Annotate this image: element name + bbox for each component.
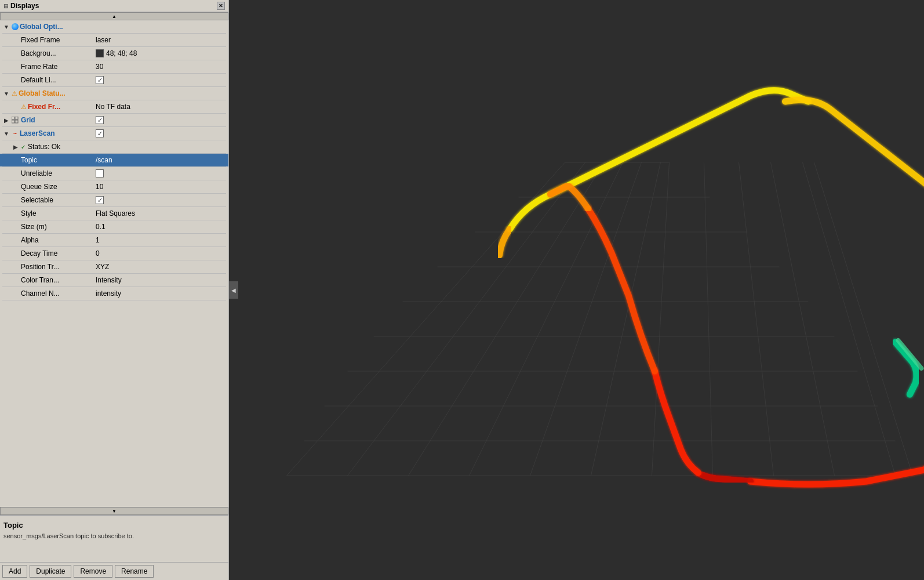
svg-rect-1	[15, 117, 18, 119]
expand-btn-global-options[interactable]: ▼	[2, 23, 10, 31]
expand-btn-topic[interactable]	[12, 156, 20, 164]
collapse-arrow[interactable]: ◀	[229, 281, 238, 299]
value-selectable	[96, 196, 228, 204]
tree-row-queue-size[interactable]: Queue Size10	[0, 180, 228, 193]
label-fixed-fr: Fixed Fr...	[28, 103, 60, 111]
expand-btn-fixed-fr[interactable]	[12, 103, 20, 111]
tree-row-default-li[interactable]: Default Li...	[0, 74, 228, 86]
expand-btn-default-li[interactable]	[12, 76, 20, 84]
tree-row-background[interactable]: Backgrou...48; 48; 48	[0, 47, 228, 60]
expand-btn-selectable[interactable]	[12, 196, 20, 204]
tree-row-frame-rate[interactable]: Frame Rate30	[0, 60, 228, 73]
warning-icon: ⚠	[12, 90, 17, 97]
tree-row-style[interactable]: StyleFlat Squares	[0, 207, 228, 220]
expand-btn-color-tran[interactable]	[12, 276, 20, 284]
svg-line-25	[803, 162, 896, 476]
checkbox-default-li[interactable]	[96, 76, 104, 84]
duplicate-button[interactable]: Duplicate	[30, 565, 71, 578]
value-text-fixed-frame: laser	[96, 36, 111, 44]
add-button[interactable]: Add	[2, 565, 27, 578]
remove-button[interactable]: Remove	[74, 565, 112, 578]
value-text-background: 48; 48; 48	[106, 49, 137, 57]
value-text-channel-n: intensity	[96, 289, 121, 298]
expand-btn-grid[interactable]: ▶	[2, 116, 10, 124]
tree-row-unreliable[interactable]: Unreliable	[0, 167, 228, 180]
expand-btn-global-status[interactable]: ▼	[2, 89, 10, 97]
tree-row-topic[interactable]: Topic/scan	[0, 154, 228, 166]
svg-line-15	[287, 162, 565, 476]
label-fixed-frame: Fixed Frame	[21, 36, 60, 44]
expand-btn-position-tr[interactable]	[12, 263, 20, 271]
tree-row-status-ok[interactable]: ▶✓Status: Ok	[0, 140, 228, 153]
svg-line-18	[470, 162, 623, 476]
checkbox-selectable[interactable]	[96, 196, 104, 204]
grid-icon	[12, 117, 19, 124]
expand-btn-style[interactable]	[12, 209, 20, 217]
expand-btn-queue-size[interactable]	[12, 183, 20, 191]
checkbox-grid[interactable]	[96, 116, 104, 124]
label-position-tr: Position Tr...	[21, 263, 59, 271]
expand-btn-unreliable[interactable]	[12, 169, 20, 177]
value-style: Flat Squares	[96, 209, 228, 217]
tree-row-laserscan[interactable]: ▼~LaserScan	[0, 127, 228, 140]
expand-btn-status-ok[interactable]: ▶	[12, 143, 20, 151]
checkbox-laserscan[interactable]	[96, 129, 104, 137]
checkbox-unreliable[interactable]	[96, 169, 104, 177]
rename-button[interactable]: Rename	[115, 565, 154, 578]
panel-icon: ⊞	[3, 3, 8, 9]
svg-rect-4	[229, 0, 924, 580]
bottom-toolbar: Add Duplicate Remove Rename	[0, 562, 228, 580]
viewport-grid	[229, 0, 924, 580]
value-laserscan	[96, 129, 228, 137]
scroll-up-button[interactable]: ▲	[0, 12, 228, 20]
scroll-down-button[interactable]: ▼	[0, 507, 228, 515]
svg-line-20	[591, 162, 661, 476]
value-text-size-m: 0.1	[96, 223, 106, 231]
value-fixed-frame: laser	[96, 36, 228, 44]
value-text-decay-time: 0	[96, 249, 100, 258]
tree-row-color-tran[interactable]: Color Tran...Intensity	[0, 274, 228, 287]
label-channel-n: Channel N...	[21, 289, 60, 298]
tree-row-position-tr[interactable]: Position Tr...XYZ	[0, 260, 228, 273]
tree-row-fixed-frame[interactable]: Fixed Framelaser	[0, 34, 228, 46]
value-text-position-tr: XYZ	[96, 263, 109, 271]
value-frame-rate: 30	[96, 63, 228, 71]
warning-icon: ⚠	[21, 103, 27, 111]
svg-line-22	[704, 162, 713, 476]
tree-row-fixed-fr[interactable]: ⚠Fixed Fr...No TF data	[0, 100, 228, 113]
expand-btn-background[interactable]	[12, 49, 20, 57]
expand-btn-alpha[interactable]	[12, 236, 20, 244]
tree-container: ▼Global Opti...Fixed FramelaserBackgrou.…	[0, 20, 228, 507]
tree-row-selectable[interactable]: Selectable	[0, 194, 228, 206]
expand-btn-decay-time[interactable]	[12, 249, 20, 258]
tree-row-global-options[interactable]: ▼Global Opti...	[0, 20, 228, 33]
tree-row-alpha[interactable]: Alpha1	[0, 234, 228, 246]
tree-row-global-status[interactable]: ▼⚠Global Statu...	[0, 87, 228, 100]
close-button[interactable]: ✕	[217, 2, 225, 10]
expand-btn-size-m[interactable]	[12, 223, 20, 231]
tree-row-size-m[interactable]: Size (m)0.1	[0, 220, 228, 233]
expand-btn-fixed-frame[interactable]	[12, 36, 20, 44]
color-swatch-background[interactable]	[96, 49, 104, 57]
svg-rect-0	[12, 117, 14, 119]
expand-btn-frame-rate[interactable]	[12, 63, 20, 71]
label-size-m: Size (m)	[21, 223, 47, 231]
check-icon: ✓	[21, 144, 26, 150]
label-frame-rate: Frame Rate	[21, 63, 57, 71]
3d-viewport[interactable]: ◀	[229, 0, 924, 580]
tree-row-grid[interactable]: ▶Grid	[0, 114, 228, 126]
svg-line-19	[530, 162, 642, 476]
info-title: Topic	[3, 521, 225, 530]
tree-row-decay-time[interactable]: Decay Time0	[0, 247, 228, 260]
value-unreliable	[96, 169, 228, 177]
value-topic: /scan	[96, 156, 228, 164]
svg-line-24	[771, 162, 835, 476]
label-unreliable: Unreliable	[21, 169, 52, 177]
expand-btn-channel-n[interactable]	[12, 289, 20, 298]
tree-row-channel-n[interactable]: Channel N...intensity	[0, 287, 228, 300]
label-default-li: Default Li...	[21, 76, 56, 84]
value-size-m: 0.1	[96, 223, 228, 231]
expand-btn-laserscan[interactable]: ▼	[2, 129, 10, 137]
value-text-alpha: 1	[96, 236, 100, 244]
label-status-ok: Status: Ok	[28, 143, 60, 151]
